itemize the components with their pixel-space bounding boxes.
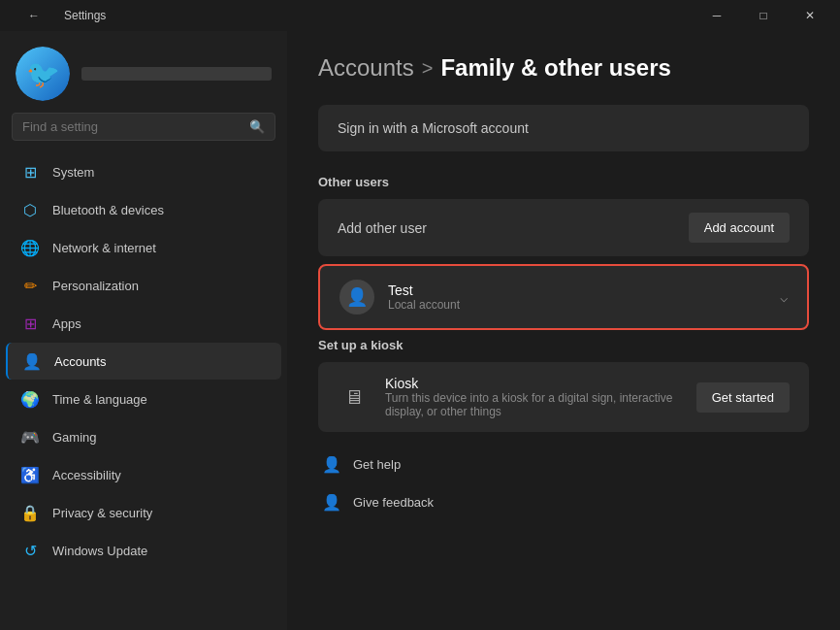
bottom-link-get-help[interactable]: 👤Get help <box>318 448 809 481</box>
time-icon: 🌍 <box>21 390 39 408</box>
test-user-row[interactable]: 👤 Test Local account ⌵ <box>318 264 809 330</box>
bottom-links: 👤Get help👤Give feedback <box>318 448 809 519</box>
bluetooth-icon: ⬡ <box>21 201 39 218</box>
user-info: Test Local account <box>388 282 460 312</box>
content-area: Accounts > Family & other users Sign in … <box>287 31 840 630</box>
sidebar-item-label-time: Time & language <box>52 392 147 407</box>
username-bar <box>81 67 272 81</box>
window-controls: ─ □ ✕ <box>695 0 832 31</box>
kiosk-info: Kiosk Turn this device into a kiosk for … <box>385 376 696 418</box>
kiosk-title: Kiosk <box>385 376 696 391</box>
sidebar-item-time[interactable]: 🌍Time & language <box>6 381 281 417</box>
titlebar-left: ← Settings <box>12 0 106 31</box>
sidebar-item-label-accounts: Accounts <box>54 354 106 369</box>
close-button[interactable]: ✕ <box>788 0 832 31</box>
signin-text: Sign in with a Microsoft account <box>338 120 529 136</box>
sidebar-item-label-windows-update: Windows Update <box>52 544 147 558</box>
chevron-icon: ⌵ <box>780 289 788 305</box>
user-subtitle: Local account <box>388 298 460 312</box>
sidebar-item-label-gaming: Gaming <box>52 430 97 445</box>
breadcrumb-parent: Accounts <box>318 54 414 82</box>
sidebar-item-apps[interactable]: ⊞Apps <box>6 305 281 342</box>
network-icon: 🌐 <box>21 239 39 256</box>
sidebar-item-label-personalization: Personalization <box>52 279 139 293</box>
sidebar-item-label-system: System <box>52 165 94 180</box>
accounts-icon: 👤 <box>23 352 41 370</box>
add-user-label: Add other user <box>338 220 427 236</box>
add-user-card: Add other user Add account <box>318 199 809 256</box>
sidebar-item-windows-update[interactable]: ↺Windows Update <box>6 532 281 569</box>
bottom-link-label: Get help <box>353 457 401 472</box>
breadcrumb-arrow: > <box>422 57 434 80</box>
bottom-link-give-feedback[interactable]: 👤Give feedback <box>318 485 809 519</box>
breadcrumb: Accounts > Family & other users <box>318 54 809 82</box>
sidebar: 🐦 🔍 ⊞System⬡Bluetooth & devices🌐Network … <box>0 31 287 630</box>
sidebar-item-network[interactable]: 🌐Network & internet <box>6 229 281 266</box>
other-users-title: Other users <box>318 175 809 189</box>
sidebar-item-accessibility[interactable]: ♿Accessibility <box>6 456 281 493</box>
search-box[interactable]: 🔍 <box>12 113 275 141</box>
sidebar-item-system[interactable]: ⊞System <box>6 153 281 190</box>
search-input[interactable] <box>22 119 242 134</box>
get-started-button[interactable]: Get started <box>696 382 790 413</box>
apps-icon: ⊞ <box>21 315 39 332</box>
user-row-left: 👤 Test Local account <box>339 280 460 315</box>
kiosk-left: 🖥 Kiosk Turn this device into a kiosk fo… <box>338 376 696 418</box>
sidebar-item-privacy[interactable]: 🔒Privacy & security <box>6 494 281 531</box>
sidebar-item-gaming[interactable]: 🎮Gaming <box>6 418 281 455</box>
kiosk-description: Turn this device into a kiosk for a digi… <box>385 391 696 418</box>
maximize-button[interactable]: □ <box>741 0 786 31</box>
avatar-image: 🐦 <box>16 47 70 101</box>
signin-banner: Sign in with a Microsoft account <box>318 105 809 151</box>
system-icon: ⊞ <box>21 163 39 181</box>
windows-update-icon: ↺ <box>21 542 39 559</box>
monitor-icon: 🖥 <box>338 380 372 414</box>
sidebar-item-bluetooth[interactable]: ⬡Bluetooth & devices <box>6 191 281 228</box>
back-button[interactable]: ← <box>12 0 56 31</box>
gaming-icon: 🎮 <box>21 428 39 446</box>
user-avatar-icon: 👤 <box>339 280 374 315</box>
search-container: 🔍 <box>0 113 287 152</box>
kiosk-section-title: Set up a kiosk <box>318 338 809 352</box>
minimize-button[interactable]: ─ <box>695 0 739 31</box>
sidebar-item-accounts[interactable]: 👤Accounts <box>6 343 281 380</box>
nav-list: ⊞System⬡Bluetooth & devices🌐Network & in… <box>0 152 287 570</box>
sidebar-item-personalization[interactable]: ✏Personalization <box>6 267 281 304</box>
accessibility-icon: ♿ <box>21 466 39 483</box>
give-feedback-icon: 👤 <box>322 493 341 512</box>
avatar: 🐦 <box>16 47 70 101</box>
user-name: Test <box>388 282 460 298</box>
titlebar: ← Settings ─ □ ✕ <box>0 0 840 31</box>
personalization-icon: ✏ <box>21 277 39 294</box>
kiosk-row: 🖥 Kiosk Turn this device into a kiosk fo… <box>318 362 809 432</box>
bottom-link-label: Give feedback <box>353 495 434 510</box>
sidebar-item-label-accessibility: Accessibility <box>52 468 121 482</box>
sidebar-item-label-apps: Apps <box>52 316 81 331</box>
kiosk-card: 🖥 Kiosk Turn this device into a kiosk fo… <box>318 362 809 432</box>
profile-section: 🐦 <box>0 31 287 113</box>
sidebar-item-label-bluetooth: Bluetooth & devices <box>52 203 164 217</box>
add-account-button[interactable]: Add account <box>689 213 790 243</box>
privacy-icon: 🔒 <box>21 504 39 521</box>
sidebar-item-label-privacy: Privacy & security <box>52 506 152 520</box>
search-icon: 🔍 <box>249 119 265 134</box>
app-body: 🐦 🔍 ⊞System⬡Bluetooth & devices🌐Network … <box>0 31 840 630</box>
add-user-row: Add other user Add account <box>318 199 809 256</box>
get-help-icon: 👤 <box>322 455 341 474</box>
page-title: Family & other users <box>440 54 670 82</box>
app-title: Settings <box>64 9 106 22</box>
sidebar-item-label-network: Network & internet <box>52 241 156 255</box>
